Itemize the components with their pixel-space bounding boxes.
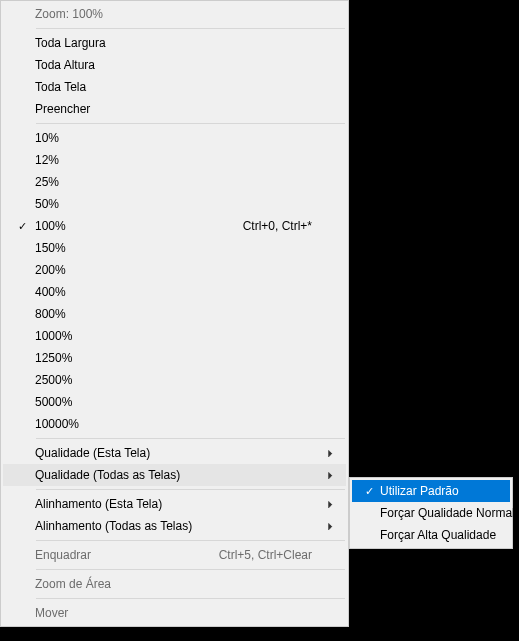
submenu-item-label: Utilizar Padrão [380,484,502,498]
menu-item-label: 1000% [35,329,316,343]
menu-item-zoom-5000[interactable]: 5000% [3,391,346,413]
submenu-item-label: Forçar Alta Qualidade [380,528,502,542]
chevron-right-icon: 🞂 [326,470,336,481]
menu-separator [36,540,345,541]
menu-header-zoom: Zoom: 100% [3,3,346,25]
menu-item-full-width[interactable]: Toda Largura [3,32,346,54]
menu-separator [36,28,345,29]
menu-item-alignment-this-screen[interactable]: Alinhamento (Esta Tela) 🞂 [3,493,346,515]
menu-item-alignment-all-screens[interactable]: Alinhamento (Todas as Telas) 🞂 [3,515,346,537]
menu-item-zoom-50[interactable]: 50% [3,193,346,215]
menu-item-full-height[interactable]: Toda Altura [3,54,346,76]
menu-item-label: 150% [35,241,316,255]
menu-item-zoom-100[interactable]: ✓ 100% Ctrl+0, Ctrl+* [3,215,346,237]
zoom-context-menu: Zoom: 100% Toda Largura Toda Altura Toda… [0,0,349,627]
menu-item-label: Toda Tela [35,80,316,94]
menu-item-zoom-800[interactable]: 800% [3,303,346,325]
checkmark-icon: ✓ [358,486,380,497]
menu-item-full-screen[interactable]: Toda Tela [3,76,346,98]
menu-item-label: Mover [35,606,316,620]
menu-item-label: 50% [35,197,316,211]
menu-item-label: 10000% [35,417,316,431]
menu-item-label: Toda Largura [35,36,316,50]
menu-separator [36,569,345,570]
menu-separator [36,123,345,124]
menu-item-zoom-400[interactable]: 400% [3,281,346,303]
menu-item-zoom-2500[interactable]: 2500% [3,369,346,391]
menu-item-label: Alinhamento (Esta Tela) [35,497,316,511]
menu-item-zoom-10000[interactable]: 10000% [3,413,346,435]
menu-item-zoom-25[interactable]: 25% [3,171,346,193]
menu-item-label: 400% [35,285,316,299]
menu-item-zoom-12[interactable]: 12% [3,149,346,171]
chevron-right-icon: 🞂 [326,499,336,510]
chevron-right-icon: 🞂 [326,521,336,532]
menu-item-zoom-1000[interactable]: 1000% [3,325,346,347]
menu-item-zoom-area: Zoom de Área [3,573,346,595]
menu-item-label: 12% [35,153,316,167]
menu-item-label: Preencher [35,102,316,116]
menu-item-label: 10% [35,131,316,145]
menu-item-label: Alinhamento (Todas as Telas) [35,519,316,533]
menu-item-label: 25% [35,175,316,189]
menu-item-label: Zoom de Área [35,577,316,591]
menu-item-label: 200% [35,263,316,277]
menu-item-zoom-150[interactable]: 150% [3,237,346,259]
menu-header-label: Zoom: 100% [35,7,316,21]
menu-item-frame: Enquadrar Ctrl+5, Ctrl+Clear [3,544,346,566]
menu-item-label: 5000% [35,395,316,409]
menu-item-label: Enquadrar [35,548,219,562]
menu-separator [36,489,345,490]
submenu-item-label: Forçar Qualidade Normal [380,506,515,520]
menu-item-zoom-1250[interactable]: 1250% [3,347,346,369]
menu-item-fill[interactable]: Preencher [3,98,346,120]
menu-item-quality-all-screens[interactable]: Qualidade (Todas as Telas) 🞂 [3,464,346,486]
submenu-item-use-default[interactable]: ✓ Utilizar Padrão [352,480,510,502]
menu-item-zoom-200[interactable]: 200% [3,259,346,281]
chevron-right-icon: 🞂 [326,448,336,459]
menu-item-label: 2500% [35,373,316,387]
checkmark-icon: ✓ [9,221,35,232]
menu-item-label: 1250% [35,351,316,365]
submenu-item-force-normal[interactable]: Forçar Qualidade Normal [352,502,510,524]
menu-separator [36,438,345,439]
menu-item-label: Toda Altura [35,58,316,72]
menu-item-label: Qualidade (Todas as Telas) [35,468,316,482]
menu-item-shortcut: Ctrl+0, Ctrl+* [243,219,316,233]
menu-item-label: Qualidade (Esta Tela) [35,446,316,460]
menu-item-shortcut: Ctrl+5, Ctrl+Clear [219,548,316,562]
menu-separator [36,598,345,599]
quality-submenu: ✓ Utilizar Padrão Forçar Qualidade Norma… [349,477,513,549]
menu-item-zoom-10[interactable]: 10% [3,127,346,149]
menu-item-label: 800% [35,307,316,321]
menu-item-move: Mover [3,602,346,624]
menu-item-label: 100% [35,219,243,233]
menu-item-quality-this-screen[interactable]: Qualidade (Esta Tela) 🞂 [3,442,346,464]
submenu-item-force-high[interactable]: Forçar Alta Qualidade [352,524,510,546]
